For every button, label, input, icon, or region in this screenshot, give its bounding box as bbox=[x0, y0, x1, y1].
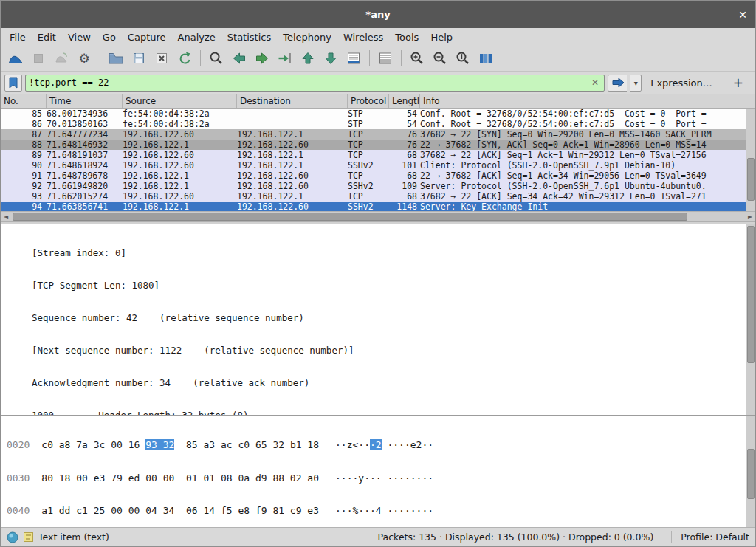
go-forward-button[interactable] bbox=[251, 48, 273, 69]
packet-row[interactable]: 8670.013850163fe:54:00:d4:38:2aSTP54Conf… bbox=[1, 119, 747, 129]
scrollbar-track[interactable] bbox=[11, 212, 745, 221]
capture-comment-icon[interactable] bbox=[23, 531, 34, 543]
packet-row[interactable]: 9071.648618924192.168.122.60192.168.122.… bbox=[1, 160, 747, 171]
packet-row[interactable]: 9271.661949820192.168.122.1192.168.122.6… bbox=[1, 181, 747, 191]
file-open-button[interactable] bbox=[105, 48, 127, 69]
menu-view[interactable]: View bbox=[62, 30, 97, 44]
menu-telephony[interactable]: Telephony bbox=[277, 30, 337, 44]
column-header-length[interactable]: Length bbox=[389, 94, 420, 108]
menu-statistics[interactable]: Statistics bbox=[221, 30, 277, 44]
filter-bookmark-button[interactable] bbox=[4, 75, 22, 92]
capture-options-button[interactable]: ⚙ bbox=[73, 48, 95, 69]
column-header-destination[interactable]: Destination bbox=[237, 94, 348, 108]
expand-icon[interactable] bbox=[20, 281, 32, 291]
cell-time: 71.648618924 bbox=[47, 160, 123, 171]
cell-info: Conf. Root = 32768/0/52:54:00:ef:c7:d5 C… bbox=[420, 119, 747, 129]
hex-row[interactable]: 003080 18 00 e3 79 ed 00 00 01 01 08 0a … bbox=[7, 473, 746, 484]
cell-no: 88 bbox=[1, 140, 47, 150]
file-close-button[interactable] bbox=[151, 48, 173, 69]
capture-restart-button[interactable] bbox=[50, 48, 72, 69]
add-filter-button[interactable]: + bbox=[723, 75, 751, 90]
hex-row[interactable]: 0040a1 dd c1 25 00 00 04 34 06 14 f5 e8 … bbox=[7, 506, 746, 517]
zoom-out-icon bbox=[432, 50, 448, 66]
column-header-source[interactable]: Source bbox=[123, 94, 237, 108]
expand-icon[interactable] bbox=[20, 313, 32, 323]
packet-row[interactable]: 9171.648789678192.168.122.1192.168.122.6… bbox=[1, 171, 747, 181]
expand-icon[interactable] bbox=[20, 345, 32, 356]
menu-capture[interactable]: Capture bbox=[122, 30, 172, 44]
cell-time: 71.647777234 bbox=[47, 129, 123, 140]
filter-clear-icon[interactable]: ✕ bbox=[589, 78, 601, 88]
packet-row[interactable]: 8771.647777234192.168.122.60192.168.122.… bbox=[1, 129, 747, 140]
menu-wireless[interactable]: Wireless bbox=[337, 30, 389, 44]
column-header-info[interactable]: Info bbox=[420, 94, 755, 108]
close-window-icon[interactable]: ✕ bbox=[738, 1, 747, 28]
menu-tools[interactable]: Tools bbox=[389, 30, 425, 44]
packet-row[interactable]: 8971.648191037192.168.122.60192.168.122.… bbox=[1, 150, 747, 160]
details-vscrollbar[interactable] bbox=[746, 224, 755, 415]
expand-icon[interactable] bbox=[20, 248, 32, 258]
zoom-out-button[interactable] bbox=[429, 48, 451, 69]
resize-columns-button[interactable] bbox=[475, 48, 497, 69]
colorize-button[interactable] bbox=[374, 48, 396, 69]
cell-length: 1148 bbox=[389, 202, 420, 212]
zoom-original-button[interactable] bbox=[452, 48, 474, 69]
scrollbar-thumb[interactable] bbox=[747, 449, 755, 499]
go-last-button[interactable] bbox=[320, 48, 342, 69]
expert-info-icon[interactable] bbox=[7, 531, 18, 543]
detail-line[interactable]: [Stream index: 0] bbox=[1, 248, 746, 258]
hex-vscrollbar[interactable] bbox=[746, 416, 755, 527]
scrollbar-thumb[interactable] bbox=[747, 226, 755, 363]
packet-list-vscrollbar[interactable] bbox=[746, 109, 755, 211]
go-to-packet-button[interactable] bbox=[274, 48, 296, 69]
expand-icon[interactable] bbox=[20, 378, 32, 388]
cell-length: 109 bbox=[389, 181, 420, 191]
scroll-left-icon[interactable]: ◄ bbox=[1, 213, 11, 220]
scrollbar-thumb[interactable] bbox=[13, 213, 687, 221]
column-header-protocol[interactable]: Protocol bbox=[348, 94, 389, 108]
detail-line[interactable]: Sequence number: 42 (relative sequence n… bbox=[1, 313, 746, 323]
find-packet-button[interactable] bbox=[205, 48, 227, 69]
menu-file[interactable]: File bbox=[4, 30, 32, 44]
cell-time: 71.663856741 bbox=[47, 202, 123, 212]
go-first-button[interactable] bbox=[297, 48, 319, 69]
packet-row[interactable]: 8568.001734936fe:54:00:d4:38:2aSTP54Conf… bbox=[1, 109, 747, 119]
detail-text: Acknowledgment number: 34 (relative ack … bbox=[32, 378, 309, 388]
packet-list-hscrollbar[interactable]: ◄ ► bbox=[1, 211, 755, 221]
filter-dropdown-icon[interactable]: ▾ bbox=[630, 75, 642, 92]
file-save-button[interactable] bbox=[128, 48, 150, 69]
capture-restart-icon bbox=[53, 50, 69, 66]
detail-line[interactable]: [TCP Segment Len: 1080] bbox=[1, 281, 746, 291]
cell-source: fe:54:00:d4:38:2a bbox=[123, 119, 237, 129]
hex-dump-pane: 0020c0 a8 7a 3c 00 16 93 32 85 a3 ac c0 … bbox=[1, 415, 755, 527]
hex-row[interactable]: 0020c0 a8 7a 3c 00 16 93 32 85 a3 ac c0 … bbox=[7, 440, 746, 451]
menu-help[interactable]: Help bbox=[425, 30, 458, 44]
menu-go[interactable]: Go bbox=[97, 30, 122, 44]
column-header-time[interactable]: Time bbox=[47, 94, 123, 108]
detail-line[interactable]: [Next sequence number: 1122 (relative se… bbox=[1, 345, 746, 356]
reload-button[interactable] bbox=[173, 48, 196, 69]
packet-row[interactable]: 9371.662015274192.168.122.60192.168.122.… bbox=[1, 191, 747, 202]
profile-label[interactable]: Profile: Default bbox=[671, 531, 749, 543]
filter-apply-button[interactable] bbox=[608, 75, 627, 92]
main-toolbar: ⚙ bbox=[1, 46, 755, 72]
menu-edit[interactable]: Edit bbox=[32, 30, 62, 44]
autoscroll-button[interactable] bbox=[343, 48, 365, 69]
search-icon bbox=[208, 50, 224, 66]
packet-row-selected[interactable]: 9471.663856741192.168.122.1192.168.122.6… bbox=[1, 202, 747, 212]
menu-analyze[interactable]: Analyze bbox=[172, 30, 221, 44]
go-back-button[interactable] bbox=[228, 48, 250, 69]
packet-row[interactable]: 8871.648146932192.168.122.1192.168.122.6… bbox=[1, 140, 747, 150]
scroll-right-icon[interactable]: ► bbox=[745, 213, 755, 220]
scrollbar-thumb[interactable] bbox=[747, 158, 755, 201]
capture-stop-button[interactable] bbox=[27, 48, 49, 69]
detail-line[interactable]: Acknowledgment number: 34 (relative ack … bbox=[1, 378, 746, 388]
capture-start-button[interactable] bbox=[4, 48, 27, 69]
column-header-no[interactable]: No. bbox=[1, 94, 47, 108]
cell-protocol: STP bbox=[348, 119, 389, 129]
go-to-packet-icon bbox=[277, 50, 293, 66]
expression-button[interactable]: Expression… bbox=[645, 78, 720, 89]
zoom-in-button[interactable] bbox=[406, 48, 428, 69]
filter-input[interactable] bbox=[29, 78, 589, 88]
packet-stats-label: Packets: 135 · Displayed: 135 (100.0%) ·… bbox=[378, 531, 654, 543]
